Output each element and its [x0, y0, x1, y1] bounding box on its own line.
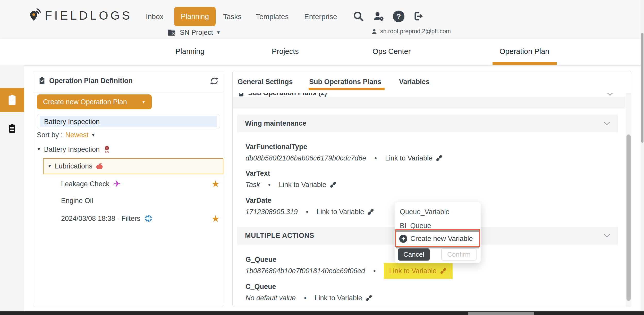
logo-text: FIELDLOGS: [45, 9, 132, 22]
link-icon: [367, 208, 375, 216]
tree-item-leakage-check[interactable]: Leakage Check ✈: [61, 179, 121, 189]
section-title: MULTIPLE ACTIONS: [245, 232, 314, 240]
medal-icon: [103, 145, 111, 154]
variable-row: Task • Link to Variable: [245, 181, 337, 189]
link-to-variable[interactable]: Link to Variable: [385, 154, 443, 162]
panel-scrollbar-thumb[interactable]: [626, 134, 631, 301]
chevron-down-icon: [604, 122, 610, 125]
link-to-variable[interactable]: Link to Variable: [279, 181, 337, 189]
cancel-label: Cancel: [403, 251, 424, 259]
operation-plan-panel: Operation Plan Definition Create new Ope…: [33, 71, 224, 307]
tree-item-filters[interactable]: 2024/03/08 18:38 - Filters: [61, 214, 153, 223]
logo[interactable]: FIELDLOGS: [28, 7, 132, 24]
person-icon: [371, 28, 378, 35]
link-to-variable-highlighted[interactable]: Link to Variable: [384, 263, 452, 279]
nav-planning-active[interactable]: Planning: [174, 7, 216, 26]
panel-scrollbar-track[interactable]: [626, 93, 631, 307]
section-wing-maintenance[interactable]: Wing maintenance: [237, 115, 618, 132]
section-title: Wing maintenance: [245, 119, 306, 127]
variable-name: VarDate: [245, 197, 272, 205]
logout-icon[interactable]: [412, 11, 424, 22]
subnav-ops-center[interactable]: Ops Center: [372, 47, 411, 56]
confirm-button-disabled[interactable]: Confirm: [441, 248, 477, 261]
nav-enterprise[interactable]: Enterprise: [304, 13, 337, 21]
chevron-down-icon: ▼: [91, 133, 96, 137]
dot-separator: •: [306, 208, 308, 216]
subnav-projects[interactable]: Projects: [272, 47, 299, 56]
separator-shadow: [396, 230, 479, 232]
plan-scroll-area: Sub Operation Plans (2) Wing maintenance…: [233, 93, 625, 307]
clipboard-check-icon: [38, 77, 46, 85]
dropdown-option-queue-variable[interactable]: Queue_Variable: [400, 208, 450, 216]
caret-expanded-icon[interactable]: ▼: [37, 147, 41, 151]
chevron-down-icon: [604, 234, 610, 238]
link-to-variable[interactable]: Link to Variable: [317, 208, 375, 216]
clipboard-check-icon: [237, 93, 245, 97]
project-selector[interactable]: SN Project ▼: [166, 28, 221, 37]
dot-separator: •: [374, 154, 377, 162]
divider: [33, 91, 224, 91]
confirm-label: Confirm: [447, 251, 471, 259]
variable-dropdown: Queue_Variable BI_Queue + Create new Var…: [395, 202, 481, 263]
link-label: Link to Variable: [315, 294, 362, 302]
dot-separator: •: [268, 181, 270, 189]
tree-item-label: Engine Oil: [61, 197, 93, 205]
favorite-star-icon[interactable]: ★: [211, 214, 220, 223]
panel-title: Operation Plan Definition: [49, 77, 133, 85]
link-to-variable[interactable]: Link to Variable: [315, 294, 373, 302]
scrolled-section-band: [233, 97, 625, 108]
caret-expanded-icon[interactable]: ▼: [48, 164, 52, 168]
app-root: FIELDLOGS Inbox Planning Tasks Templates…: [0, 0, 644, 315]
cancel-button[interactable]: Cancel: [398, 248, 430, 261]
link-icon: [365, 294, 373, 302]
nav-inbox[interactable]: Inbox: [146, 13, 164, 21]
subnav-planning[interactable]: Planning: [175, 47, 205, 56]
logo-pin-icon: [28, 7, 41, 24]
plan-search-input[interactable]: [40, 116, 217, 128]
tab-general-settings[interactable]: General Settings: [238, 78, 293, 86]
tree-item-engine-oil[interactable]: Engine Oil: [61, 197, 93, 205]
tree-item-label: Leakage Check: [61, 180, 109, 188]
link-label: Link to Variable: [279, 181, 326, 189]
sidebar-item-operation-plans-active[interactable]: [0, 88, 24, 112]
page-scrollbar-thumb[interactable]: [641, 33, 643, 143]
create-operation-plan-button[interactable]: Create new Operation Plan ▼: [37, 94, 152, 109]
plane-icon: ✈: [113, 179, 121, 189]
tab-variables[interactable]: Variables: [399, 78, 430, 86]
clipped-section-header: Sub Operation Plans (2): [237, 93, 327, 97]
tab-sub-operations-plans-active[interactable]: Sub Operations Plans: [309, 78, 382, 86]
variable-value: Task: [245, 181, 260, 189]
nav-tasks[interactable]: Tasks: [223, 13, 242, 21]
variable-row: 1712308905.319 • Link to Variable: [245, 208, 375, 216]
link-label: Link to Variable: [317, 208, 364, 216]
variable-name: VarFunctionalType: [245, 143, 307, 151]
search-icon[interactable]: [353, 11, 364, 22]
dropdown-option-bi-queue[interactable]: BI_Queue: [400, 222, 431, 230]
variable-value: db08b580f2106bab06c6179b0cdc7d6e: [245, 154, 366, 162]
variable-name: G_Queue: [245, 256, 276, 264]
refresh-icon[interactable]: [210, 77, 219, 85]
favorite-star-icon[interactable]: ★: [211, 179, 220, 189]
nav-templates[interactable]: Templates: [256, 13, 289, 21]
panel-header: Operation Plan Definition: [38, 77, 133, 85]
sidebar-item-task-lists[interactable]: [0, 116, 24, 140]
help-icon[interactable]: ?: [393, 11, 404, 22]
clipped-section-title: Sub Operation Plans (2): [248, 93, 327, 97]
subnav-operation-plan-active[interactable]: Operation Plan: [499, 47, 549, 56]
subnav-bar: Planning Projects Ops Center Operation P…: [0, 39, 644, 66]
tree-item-label: Lubrications: [55, 162, 92, 170]
variable-row: db08b580f2106bab06c6179b0cdc7d6e • Link …: [245, 154, 443, 162]
variable-row: 1b0876804b10e7f0018140edc69f06ed • Link …: [245, 263, 453, 279]
tree-item-lubrications-selected[interactable]: ▼ Lubrications: [43, 158, 223, 174]
variable-value: No default value: [245, 294, 296, 302]
active-tab-underline: [493, 62, 557, 65]
create-variable-option-highlighted[interactable]: + Create new Variable: [395, 229, 480, 247]
sort-control[interactable]: Sort by : Newest ▼: [37, 131, 95, 139]
tree-item-label: 2024/03/08 18:38 - Filters: [61, 215, 140, 223]
tree-item-battery-inspection[interactable]: ▼ Battery Inspection: [37, 145, 111, 154]
active-tab-underline: [309, 88, 385, 90]
sort-label: Sort by :: [37, 131, 63, 139]
page-scrollbar-track[interactable]: [641, 0, 644, 315]
user-settings-icon[interactable]: [372, 11, 385, 22]
globe-icon: [144, 214, 153, 223]
